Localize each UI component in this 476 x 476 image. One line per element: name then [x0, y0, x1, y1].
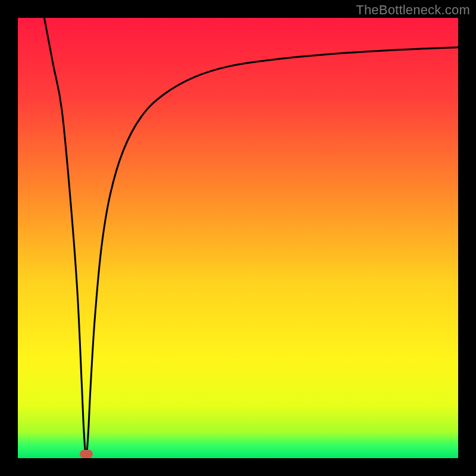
chart-frame: TheBottleneck.com [0, 0, 476, 476]
optimum-marker [80, 450, 93, 458]
bottleneck-curve [18, 18, 458, 458]
curve-path [44, 18, 458, 456]
watermark-label: TheBottleneck.com [356, 2, 470, 18]
